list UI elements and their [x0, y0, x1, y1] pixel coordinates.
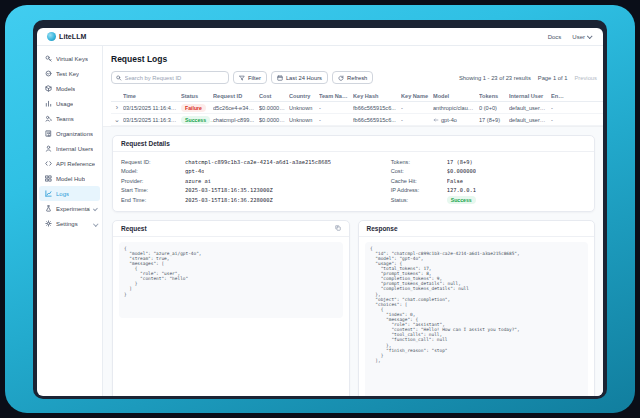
main-content: Request Logs Filter Last 24 Hours: [103, 46, 603, 396]
cell-tokens: 17 (8+9): [479, 117, 509, 123]
sidebar-item-logs[interactable]: Logs: [39, 186, 100, 201]
sidebar-item-teams[interactable]: Teams: [37, 111, 102, 126]
cell-request-id: chatcmpl-c899...: [213, 117, 259, 123]
details-left-column: Request ID:chatcmpl-c899c1b3-ca2e-4214-a…: [121, 157, 391, 205]
cell-cost: $0.000000: [259, 117, 289, 123]
code-icon: [45, 160, 52, 167]
col-time: Time: [123, 93, 181, 99]
sidebar-item-label: Experimental: [56, 206, 90, 212]
detail-label: End Time:: [121, 197, 185, 203]
user-menu-label: User: [572, 34, 585, 40]
brand-name: LiteLLM: [59, 33, 87, 40]
sidebar-item-models[interactable]: Models: [37, 81, 102, 96]
details-right-column: Tokens:17 (8+9) Cost:$0.000000 Cache Hit…: [391, 157, 586, 205]
detail-value-provider: azure_ai: [185, 178, 211, 184]
col-model: Model: [433, 93, 479, 99]
page-title: Request Logs: [111, 54, 603, 64]
request-json: { "model": "azure_ai/gpt-4o", "stream": …: [119, 242, 343, 319]
sidebar-item-test-key[interactable]: Test Key: [37, 66, 102, 81]
sidebar-item-experimental[interactable]: Experimental: [37, 201, 102, 216]
detail-value-request-id: chatcmpl-c899c1b3-ca2e-4214-a6d1-a3ae215…: [185, 159, 331, 165]
sidebar-item-organizations[interactable]: Organizations: [37, 126, 102, 141]
mockup-stage: LiteLLM Docs User Virtual Keys: [0, 0, 640, 418]
detail-value-model: gpt-4o: [185, 168, 204, 174]
cell-cost: $0.000000: [259, 105, 289, 111]
cell-request-id: d5c26ce4-e343...: [213, 105, 259, 111]
detail-value-start-time: 2025-03-15T18:16:35.123000Z: [185, 187, 273, 193]
sidebar-item-internal-users[interactable]: Internal Users: [37, 141, 102, 156]
sidebar-item-usage[interactable]: Usage: [37, 96, 102, 111]
detail-label: Start Time:: [121, 187, 185, 193]
bar-chart-icon: [45, 100, 52, 107]
expand-row-icon[interactable]: ›: [111, 104, 123, 111]
docs-link[interactable]: Docs: [548, 34, 562, 40]
cell-key-hash: fb66c565915c6...: [353, 117, 401, 123]
expanded-row-panel: Request Details Request ID:chatcmpl-c899…: [103, 126, 603, 396]
collapse-row-icon[interactable]: ⌄: [111, 116, 123, 123]
search-box: [111, 71, 229, 84]
response-json: { "id": "chatcmpl-c899c1b3-ca2e-4214-a6d…: [365, 242, 589, 397]
filter-button[interactable]: Filter: [233, 71, 267, 84]
sidebar-item-api-reference[interactable]: API Reference: [37, 156, 102, 171]
cell-internal-user: default_user_id: [509, 105, 551, 111]
cell-model: anthropic/claude-...: [433, 105, 479, 111]
sidebar-item-settings[interactable]: Settings: [37, 216, 102, 231]
detail-label: Tokens:: [391, 159, 447, 165]
filter-button-label: Filter: [248, 75, 261, 81]
refresh-button-label: Refresh: [347, 75, 367, 81]
detail-label: Provider:: [121, 178, 185, 184]
detail-label: Request ID:: [121, 159, 185, 165]
detail-value-ip: 127.0.0.1: [447, 187, 476, 193]
sidebar-item-label: Teams: [56, 116, 74, 122]
table-row-expanded[interactable]: ⌄ 03/15/2025 11:16:35 AM Success chatcmp…: [111, 114, 603, 126]
sidebar-item-model-hub[interactable]: Model Hub: [37, 171, 102, 186]
search-input[interactable]: [125, 75, 224, 81]
cell-key-hash: fb66c565915c6...: [353, 105, 401, 111]
table-header-row: Time Status Request ID Cost Country Team…: [111, 91, 603, 102]
detail-value-tokens: 17 (8+9): [447, 159, 473, 165]
col-team-name: Team Name: [319, 93, 353, 99]
cell-country: Unknown: [289, 117, 319, 123]
detail-label: Cache Hit:: [391, 178, 447, 184]
cell-country: Unknown: [289, 105, 319, 111]
cube-icon: [45, 85, 52, 92]
col-country: Country: [289, 93, 319, 99]
detail-label: Cost:: [391, 168, 447, 174]
sidebar-item-virtual-keys[interactable]: Virtual Keys: [37, 51, 102, 66]
check-circle-icon: [45, 70, 52, 77]
logs-icon: [45, 190, 52, 197]
refresh-button[interactable]: Refresh: [332, 71, 373, 84]
users-icon: [45, 115, 52, 122]
browser-window: LiteLLM Docs User Virtual Keys: [33, 20, 607, 399]
user-icon: [45, 145, 52, 152]
table-row[interactable]: › 03/15/2025 11:16:48 AM Failure d5c26ce…: [111, 102, 603, 114]
chevron-down-icon: [93, 221, 98, 226]
pagination: Showing 1 - 23 of 23 results Page 1 of 1…: [459, 75, 597, 81]
chevron-down-icon: [93, 206, 98, 211]
previous-page-button[interactable]: Previous: [574, 75, 597, 81]
response-panel-title: Response: [367, 225, 398, 232]
detail-label: Model:: [121, 168, 185, 174]
col-key-hash: Key Hash: [353, 93, 401, 99]
cell-team: -: [319, 105, 353, 111]
brand: LiteLLM: [47, 32, 87, 41]
sidebar-item-label: Organizations: [56, 131, 93, 137]
time-range-button[interactable]: Last 24 Hours: [271, 71, 328, 84]
cell-time: 03/15/2025 11:16:35 AM: [123, 117, 181, 123]
col-key-name: Key Name: [401, 93, 433, 99]
sidebar-item-label: API Reference: [56, 161, 95, 167]
request-details-title: Request Details: [113, 136, 594, 152]
cell-time: 03/15/2025 11:16:48 AM: [123, 105, 181, 111]
cell-tokens: 0 (0+0): [479, 105, 509, 111]
user-menu[interactable]: User: [572, 34, 591, 40]
page-indicator: Page 1 of 1: [538, 75, 568, 81]
status-badge: Success: [181, 116, 210, 124]
detail-label: IP Address:: [391, 187, 447, 193]
gear-icon: [45, 220, 52, 227]
sidebar-item-label: Internal Users: [56, 146, 93, 152]
copy-request-button[interactable]: [335, 225, 341, 231]
results-count: Showing 1 - 23 of 23 results: [459, 75, 531, 81]
sidebar: Virtual Keys Test Key Models Usage: [37, 46, 103, 396]
filter-icon: [239, 75, 245, 81]
col-cost: Cost: [259, 93, 289, 99]
